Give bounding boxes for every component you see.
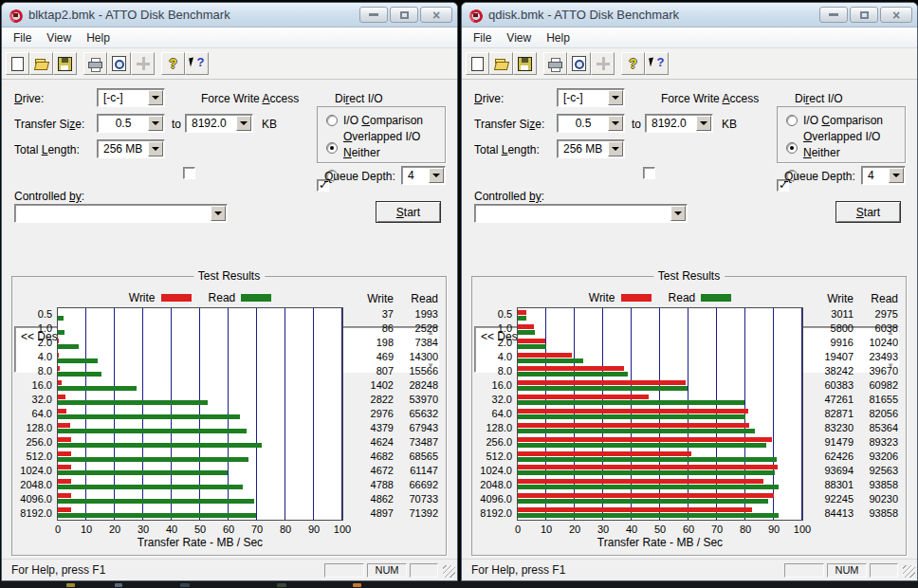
dropdown-arrow-button[interactable]: [148, 141, 163, 156]
force-write-access-label[interactable]: Force Write Access: [661, 92, 759, 105]
menu-view[interactable]: View: [39, 29, 79, 46]
io-comparison-label[interactable]: I/O Comparison: [803, 114, 883, 127]
overlapped-io-radio[interactable]: [786, 142, 798, 154]
io-comparison-radio[interactable]: [326, 115, 338, 126]
total-length-select[interactable]: 256 MB: [557, 139, 625, 158]
results-chart: Write Read Write Read 0.51.02.04.08.016.…: [15, 288, 443, 550]
dropdown-arrow-button[interactable]: [696, 116, 711, 131]
print-button[interactable]: [543, 52, 567, 75]
test-results-title: Test Results: [193, 269, 265, 283]
read-bar: [518, 457, 777, 462]
read-value: 70733: [397, 492, 442, 506]
menu-help[interactable]: Help: [539, 29, 578, 46]
save-file-button[interactable]: [513, 52, 537, 75]
dropdown-arrow-button[interactable]: [429, 168, 444, 183]
queue-depth-select[interactable]: 4: [861, 166, 906, 185]
open-folder-icon: [495, 59, 508, 69]
controlled-by-select[interactable]: [14, 204, 228, 223]
minimize-button[interactable]: [359, 7, 388, 23]
open-file-button[interactable]: [29, 52, 53, 75]
dropdown-arrow-button[interactable]: [670, 206, 686, 221]
dropdown-arrow-button[interactable]: [148, 116, 163, 131]
y-axis-tick-label: 1.0: [15, 322, 57, 336]
overlapped-io-label[interactable]: Overlapped I/O: [803, 130, 880, 143]
io-comparison-label[interactable]: I/O Comparison: [343, 114, 423, 127]
status-help-text: For Help, press F1: [462, 563, 784, 577]
status-help-text: For Help, press F1: [2, 563, 324, 577]
context-help-button[interactable]: ?: [185, 52, 209, 75]
neither-label[interactable]: Neither: [803, 146, 840, 159]
read-bar: [518, 499, 768, 504]
y-axis-tick-label: 32.0: [475, 393, 517, 407]
force-write-access-checkbox[interactable]: [643, 167, 655, 179]
maximize-button[interactable]: [850, 7, 878, 23]
window-title: qdisk.bmk - ATTO Disk Benchmark: [488, 8, 819, 22]
help-button[interactable]: ?: [161, 52, 185, 75]
menu-file[interactable]: File: [6, 29, 39, 46]
total-length-select[interactable]: 256 MB: [97, 139, 165, 158]
chart-plot-area: [517, 307, 803, 521]
write-bar: [58, 465, 71, 469]
transfer-size-from-select[interactable]: 0.5: [557, 114, 625, 133]
print-preview-button[interactable]: [107, 52, 131, 75]
io-comparison-radio[interactable]: [786, 115, 798, 126]
save-file-button[interactable]: [53, 52, 77, 75]
y-axis-tick-label: 512.0: [15, 450, 57, 464]
overlapped-io-label[interactable]: Overlapped I/O: [343, 130, 420, 143]
start-button[interactable]: Start: [835, 201, 901, 223]
controlled-by-select[interactable]: [474, 204, 688, 223]
dropdown-arrow-button[interactable]: [236, 116, 251, 131]
chart-row: [58, 491, 342, 505]
resize-grip[interactable]: [903, 565, 915, 578]
force-write-access-checkbox[interactable]: [183, 167, 195, 179]
write-value: 83230: [803, 421, 857, 435]
context-help-button[interactable]: ?: [645, 52, 669, 75]
write-bar: [518, 451, 691, 456]
move-button[interactable]: [131, 52, 155, 75]
menu-file[interactable]: File: [466, 29, 499, 46]
move-button[interactable]: [591, 52, 615, 75]
dropdown-arrow-button[interactable]: [608, 116, 623, 131]
close-button[interactable]: ×: [420, 7, 452, 23]
save-floppy-icon: [58, 57, 72, 71]
read-value: 93858: [857, 506, 902, 521]
read-values-column: 1993252873841430015566282485397065632679…: [397, 307, 442, 521]
transfer-size-from-select[interactable]: 0.5: [97, 114, 165, 133]
drive-select[interactable]: [-c-]: [557, 88, 625, 107]
maximize-icon: [860, 11, 869, 19]
write-bar: [58, 380, 62, 385]
menu-view[interactable]: View: [499, 29, 539, 46]
menu-help[interactable]: Help: [79, 29, 118, 46]
new-document-button[interactable]: [6, 52, 29, 75]
transfer-size-label: Transfer Size:: [474, 118, 544, 131]
overlapped-io-radio[interactable]: [326, 142, 338, 154]
drive-select[interactable]: [-c-]: [97, 88, 165, 107]
resize-grip[interactable]: [443, 565, 455, 578]
help-question-icon: ?: [169, 57, 177, 70]
legend-write-label: Write: [129, 291, 156, 304]
open-file-button[interactable]: [489, 52, 513, 75]
dropdown-arrow-button[interactable]: [211, 206, 226, 221]
chart-row: [58, 337, 342, 351]
dropdown-arrow-button[interactable]: [608, 141, 623, 156]
dropdown-arrow-button[interactable]: [148, 90, 163, 105]
print-preview-button[interactable]: [567, 52, 591, 75]
write-column-header: Write: [803, 290, 857, 305]
dropdown-arrow-button[interactable]: [608, 90, 623, 105]
help-button[interactable]: ?: [621, 52, 645, 75]
direct-io-label[interactable]: Direct I/O: [335, 92, 383, 105]
close-button[interactable]: ×: [880, 7, 912, 23]
direct-io-label[interactable]: Direct I/O: [795, 92, 843, 105]
transfer-size-to-select[interactable]: 8192.0: [185, 114, 253, 133]
print-button[interactable]: [83, 52, 107, 75]
dropdown-arrow-button[interactable]: [889, 168, 904, 183]
start-button[interactable]: Start: [376, 201, 441, 223]
force-write-access-label[interactable]: Force Write Access: [201, 92, 299, 105]
x-axis-tick-label: 10: [81, 524, 92, 535]
queue-depth-select[interactable]: 4: [401, 166, 446, 185]
neither-label[interactable]: Neither: [343, 146, 380, 159]
new-document-button[interactable]: [466, 52, 489, 75]
maximize-button[interactable]: [390, 7, 418, 23]
transfer-size-to-select[interactable]: 8192.0: [645, 114, 713, 133]
minimize-button[interactable]: [819, 7, 848, 23]
